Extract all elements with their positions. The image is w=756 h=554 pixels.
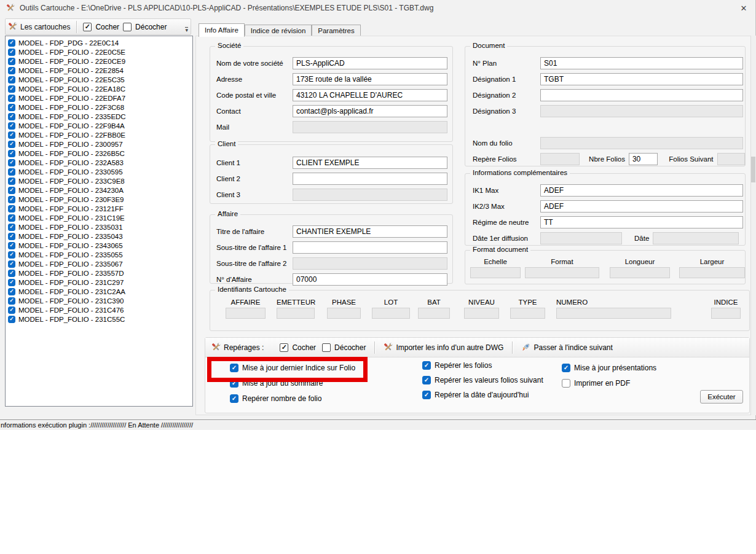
reperages-decocher-checkbox[interactable]: ✓ Décocher [322,343,366,352]
checkbox[interactable]: ✓ [562,364,570,372]
checkbox[interactable]: ✓ [8,168,15,176]
list-item[interactable]: ✓ MODEL - FDP_FOLIO - 231C19E [6,213,192,222]
option-checkbox-row[interactable]: ✓ Imprimer en PDF [562,379,656,388]
option-checkbox-row[interactable]: ✓ Mise à jour présentations [562,364,656,372]
checkbox[interactable]: ✓ [8,233,15,240]
list-item[interactable]: ✓ MODEL - FDP_FOLIO - 22E5C35 [6,75,192,84]
text-field[interactable]: TT [540,216,743,228]
checkbox[interactable]: ✓ [8,122,15,130]
text-field[interactable] [293,121,447,133]
list-item[interactable]: ✓ MODEL - FDP_FOLIO - 231C55C [6,314,192,324]
checkbox[interactable]: ✓ [8,270,15,277]
checkbox[interactable]: ✓ [422,376,431,384]
option-checkbox-row[interactable]: ✓ Repérer les valeurs folios suivant [422,376,543,384]
tab[interactable]: Info Affaire [199,23,245,37]
checkbox[interactable]: ✓ [8,260,15,268]
tab[interactable]: Indice de révision [245,25,312,36]
checkbox[interactable]: ✓ [8,214,15,222]
list-item[interactable]: ✓ MODEL - FDP_FOLIO - 231C476 [6,305,192,314]
text-field[interactable] [293,241,447,254]
list-item[interactable]: ✓ MODEL - FDP_FOLIO - 22F3C68 [6,103,192,112]
decocher-checkbox[interactable]: ✓ Décocher [123,23,167,31]
option-checkbox-row[interactable]: ✓ Repérer la dâte d'aujourd'hui [422,391,543,399]
checkbox[interactable]: ✓ [8,297,15,305]
option-checkbox-row[interactable]: ✓ Repérer nombre de folio [230,394,355,403]
list-item[interactable]: ✓ MODEL - FDP_FOLIO - 230F3E9 [6,195,192,204]
text-field[interactable] [540,137,743,149]
scrollbar-thumb[interactable] [751,157,755,182]
checkbox[interactable]: ✓ [8,113,15,120]
checkbox[interactable]: ✓ [8,95,15,102]
text-field[interactable]: ADEF [540,200,743,213]
list-item[interactable]: ✓ MODEL - FDP_FOLIO - 22E2854 [6,66,192,75]
vertical-scrollbar[interactable] [750,36,756,415]
text-field[interactable]: 43120 LA CHAPELLE D'AUREC [293,89,447,101]
text-field[interactable]: ADEF [540,184,743,197]
list-item[interactable]: ✓ MODEL - FDP_FOLIO - 2343065 [6,241,192,250]
text-field[interactable] [293,173,447,185]
checkbox[interactable]: ✓ [8,76,15,84]
checkbox[interactable]: ✓ [8,205,15,213]
reperages-cocher-checkbox[interactable]: ✓ Cocher [280,343,316,352]
text-field[interactable] [540,105,743,117]
checkbox[interactable]: ✓ [8,141,15,148]
checkbox[interactable]: ✓ [8,306,15,314]
executer-button[interactable]: Exécuter [700,390,743,404]
checkbox[interactable]: ✓ [8,85,15,93]
importer-dwg-button[interactable]: Importer les info d'un autre DWG [384,343,503,352]
checkbox[interactable]: ✓ [8,104,15,111]
list-item[interactable]: ✓ MODEL - FDP_FOLIO - 2326B5C [6,149,192,158]
checkbox[interactable]: ✓ [8,251,15,259]
checkbox[interactable]: ✓ [280,343,288,352]
list-item[interactable]: ✓ MODEL - FDP_FOLIO - 22EDFA7 [6,93,192,103]
checkbox[interactable]: ✓ [83,23,92,31]
list-item[interactable]: ✓ MODEL - FDP_FOLIO - 2335067 [6,259,192,268]
text-field[interactable]: S01 [540,57,743,69]
text-field[interactable]: CLIENT EXEMPLE [293,157,447,169]
text-field[interactable] [293,257,447,270]
cocher-checkbox[interactable]: ✓ Cocher [83,23,119,31]
list-item[interactable]: ✓ MODEL - FDP_FOLIO - 231C390 [6,296,192,305]
list-item[interactable]: ✓ MODEL - FDP_FOLIO - 234230A [6,185,192,195]
checkbox[interactable]: ✓ [8,224,15,231]
checkbox[interactable]: ✓ [422,361,431,370]
list-item[interactable]: ✓ MODEL - FDP_FOLIO - 22E0CE9 [6,57,192,66]
checkbox[interactable]: ✓ [562,379,570,388]
overflow-icon[interactable]: ▾ [185,27,188,33]
text-field[interactable]: contact@pls-applicad.fr [293,105,447,117]
text-field[interactable]: 173E route de la vallée [293,73,447,85]
checkbox[interactable]: ✓ [322,343,331,352]
list-item[interactable]: ✓ MODEL - FDP_FOLIO - 231C297 [6,278,192,287]
list-item[interactable]: ✓ MODEL - FDP_FOLIO - 23121FF [6,204,192,213]
checkbox[interactable]: ✓ [8,131,15,139]
list-item[interactable]: ✓ MODEL - FDP_FOLIO - 233C9E8 [6,176,192,185]
checkbox[interactable]: ✓ [8,279,15,286]
list-item[interactable]: ✓ MODEL - FDP_FOLIO - 22FBB0E [6,130,192,139]
checkbox[interactable]: ✓ [8,242,15,249]
option-checkbox-row[interactable]: ✓ Repérer les folios [422,361,543,370]
list-item[interactable]: ✓ MODEL - FDP_FOLIO - 233557D [6,268,192,278]
checkbox[interactable]: ✓ [8,178,15,185]
text-field[interactable] [540,89,743,101]
list-item[interactable]: ✓ MODEL - FDP_FOLIO - 232A583 [6,158,192,167]
cartouche-model-list[interactable]: ✓ MODEL - FDP_PDG - 22E0C14 ✓ MODEL - FD… [5,36,193,407]
checkbox[interactable]: ✓ [8,196,15,203]
checkbox[interactable]: ✓ [8,58,15,65]
checkbox[interactable]: ✓ [8,150,15,157]
text-field[interactable]: CHANTIER EXEMPLE [293,225,447,238]
list-item[interactable]: ✓ MODEL - FDP_FOLIO - 231C2AA [6,287,192,296]
list-item[interactable]: ✓ MODEL - FDP_FOLIO - 2335EDC [6,112,192,121]
checkbox[interactable]: ✓ [8,39,15,47]
checkbox[interactable]: ✓ [123,23,132,31]
list-item[interactable]: ✓ MODEL - FDP_PDG - 22E0C14 [6,38,192,47]
list-item[interactable]: ✓ MODEL - FDP_FOLIO - 2335043 [6,232,192,241]
text-field[interactable]: PLS-AppliCAD [293,57,447,69]
list-item[interactable]: ✓ MODEL - FDP_FOLIO - 22F9B4A [6,121,192,130]
list-item[interactable]: ✓ MODEL - FDP_FOLIO - 22E0C5E [6,47,192,57]
list-item[interactable]: ✓ MODEL - FDP_FOLIO - 22EA18C [6,84,192,93]
list-item[interactable]: ✓ MODEL - FDP_FOLIO - 2330595 [6,167,192,176]
checkbox[interactable]: ✓ [8,288,15,295]
text-field[interactable]: 07000 [293,273,447,286]
close-button[interactable]: ✕ [737,2,750,14]
text-field[interactable]: TGBT [540,73,743,85]
